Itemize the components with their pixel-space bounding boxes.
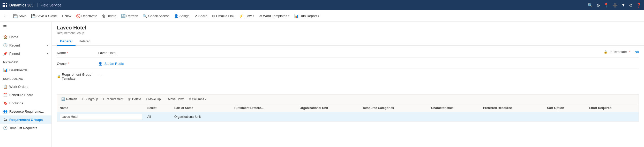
sidebar-item-dashboards[interactable]: 📊 Dashboards bbox=[0, 66, 51, 74]
sidebar-item-schedule-board[interactable]: 📅 Schedule Board bbox=[0, 91, 51, 99]
top-bar-icons: 🔍 ⚙ 📍 ➕ ▼ ⚙ ❓ bbox=[588, 3, 641, 8]
location-icon[interactable]: 📍 bbox=[604, 3, 609, 8]
word-templates-button[interactable]: W Word Templates ▾ bbox=[257, 12, 292, 20]
pinned-expand-icon: ▾ bbox=[47, 52, 48, 55]
dashboards-icon: 📊 bbox=[3, 68, 7, 72]
tab-related[interactable]: Related bbox=[76, 37, 93, 46]
word-templates-dropdown-arrow: ▾ bbox=[288, 14, 289, 17]
new-button[interactable]: + New bbox=[59, 12, 73, 20]
recent-expand-icon: ▾ bbox=[47, 44, 48, 47]
svg-rect-6 bbox=[3, 6, 4, 7]
hamburger-button[interactable]: ☰ bbox=[0, 22, 51, 32]
col-header-preferred-resource: Preferred Resource bbox=[481, 104, 544, 112]
cell-fulfillment-pref bbox=[231, 112, 297, 122]
cell-select: All bbox=[145, 112, 172, 122]
subgrid-move-up-button[interactable]: ↑ Move Up bbox=[144, 96, 163, 102]
req-group-template-value: --- bbox=[98, 72, 639, 76]
sidebar-item-time-off-requests[interactable]: 🕐 Time Off Requests bbox=[0, 124, 51, 132]
col-header-fulfillment-pref: Fulfillment Prefere... bbox=[231, 104, 297, 112]
owner-user-icon: 👤 bbox=[98, 62, 102, 66]
sidebar-item-work-orders[interactable]: 📋 Work Orders bbox=[0, 82, 51, 91]
table-row[interactable]: Laveo Hotel All Organizational Unit bbox=[57, 112, 639, 122]
name-label: Name * bbox=[57, 50, 98, 55]
refresh-icon: 🔄 bbox=[121, 14, 125, 18]
subgrid-columns-button[interactable]: ≡ Columns ▾ bbox=[187, 96, 208, 102]
form-body: Name * Laveo Hotel 🔒 Is Template * No Ow… bbox=[52, 46, 644, 90]
new-icon: + bbox=[61, 14, 63, 18]
cell-sort-option bbox=[544, 112, 586, 122]
field-row-req-group-template: 🔒 Requirement Group Template --- bbox=[57, 72, 639, 83]
cell-resource-categories bbox=[360, 112, 429, 122]
cell-name[interactable]: Laveo Hotel bbox=[57, 112, 145, 122]
assign-icon: 👤 bbox=[174, 14, 178, 18]
share-icon: ↗ bbox=[194, 14, 197, 18]
field-row-owner: Owner * 👤 Stefan Rodic bbox=[57, 61, 639, 68]
col-header-select: Select bbox=[145, 104, 172, 112]
plus-icon[interactable]: ➕ bbox=[612, 3, 618, 8]
is-template-value: No bbox=[634, 50, 639, 54]
search-icon[interactable]: 🔍 bbox=[588, 3, 593, 8]
sidebar-item-home[interactable]: 🏠 Home bbox=[0, 33, 51, 41]
scheduling-group-label: Scheduling bbox=[0, 75, 51, 81]
refresh-button[interactable]: 🔄 Refresh bbox=[119, 12, 140, 20]
app-label: Field Service bbox=[38, 3, 61, 7]
sidebar-item-requirement-groups[interactable]: 🗂 Requirement Groups bbox=[0, 115, 51, 124]
work-orders-icon: 📋 bbox=[3, 84, 7, 89]
run-report-button[interactable]: 📊 Run Report ▾ bbox=[292, 12, 321, 20]
back-icon: ← bbox=[4, 14, 7, 18]
form-subtitle: Requirement Group bbox=[57, 31, 639, 35]
col-header-resource-categories: Resource Categories bbox=[360, 104, 429, 112]
sidebar-item-label-recent: Recent bbox=[9, 43, 20, 47]
sidebar-item-bookings[interactable]: 🔖 Bookings bbox=[0, 99, 51, 107]
subgrid-toolbar: 🔄 Refresh + Subgroup + Requirement 🗑 Del… bbox=[57, 95, 639, 104]
save-icon: 💾 bbox=[13, 14, 18, 18]
req-template-lock-icon: 🔒 bbox=[57, 75, 61, 78]
command-bar: ← 💾 Save 💾 Save & Close + New 🚫 Deactiva… bbox=[0, 10, 644, 22]
flow-button[interactable]: ⚡ Flow ▾ bbox=[237, 12, 256, 20]
recent-icon: 🕐 bbox=[3, 43, 7, 47]
delete-icon: 🗑 bbox=[102, 14, 106, 18]
settings-circle-icon[interactable]: ⚙ bbox=[596, 3, 600, 8]
delete-button[interactable]: 🗑 Delete bbox=[100, 12, 118, 20]
form-header: Laveo Hotel Requirement Group bbox=[52, 22, 644, 37]
subgrid-move-down-icon: ↓ bbox=[166, 97, 167, 101]
sidebar-item-pinned[interactable]: 📌 Pinned ▾ bbox=[0, 49, 51, 58]
sidebar-item-label-work-orders: Work Orders bbox=[9, 85, 28, 89]
subgrid-delete-button[interactable]: 🗑 Delete bbox=[126, 96, 143, 102]
check-access-button[interactable]: 🔍 Check Access bbox=[141, 12, 171, 20]
back-button[interactable]: ← bbox=[2, 12, 9, 20]
name-input[interactable]: Laveo Hotel bbox=[60, 114, 142, 120]
top-navigation-bar: Dynamics 365 Field Service 🔍 ⚙ 📍 ➕ ▼ ⚙ ❓ bbox=[0, 0, 644, 10]
subgrid-columns-icon: ≡ bbox=[189, 97, 191, 101]
subgrid-requirement-button[interactable]: + Requirement bbox=[101, 96, 125, 102]
brand-label: Dynamics 365 bbox=[9, 3, 33, 7]
subgrid-move-up-icon: ↑ bbox=[146, 97, 147, 101]
sidebar-item-recent[interactable]: 🕐 Recent ▾ bbox=[0, 41, 51, 49]
main-layout: ☰ 🏠 Home 🕐 Recent ▾ 📌 Pinned ▾ My Work 📊… bbox=[0, 22, 644, 147]
subgrid-move-down-button[interactable]: ↓ Move Down bbox=[163, 96, 186, 102]
check-access-icon: 🔍 bbox=[143, 14, 147, 18]
subgrid-refresh-button[interactable]: 🔄 Refresh bbox=[59, 96, 79, 102]
assign-button[interactable]: 👤 Assign bbox=[172, 12, 192, 20]
form-title: Laveo Hotel bbox=[57, 25, 639, 31]
sidebar-section-scheduling: 📋 Work Orders 📅 Schedule Board 🔖 Booking… bbox=[0, 81, 51, 133]
email-link-button[interactable]: ✉ Email a Link bbox=[210, 12, 237, 20]
gear-icon[interactable]: ⚙ bbox=[629, 3, 633, 8]
sidebar-item-resource-requirements[interactable]: 👥 Resource Requireme... bbox=[0, 107, 51, 115]
subgrid-subgroup-button[interactable]: + Subgroup bbox=[80, 96, 100, 102]
share-button[interactable]: ↗ Share bbox=[192, 12, 209, 20]
cell-effort-required bbox=[586, 112, 639, 122]
col-header-sort-option: Sort Option bbox=[544, 104, 586, 112]
filter-icon[interactable]: ▼ bbox=[621, 3, 625, 7]
owner-link[interactable]: Stefan Rodic bbox=[104, 62, 124, 66]
help-icon[interactable]: ❓ bbox=[636, 3, 641, 8]
save-button[interactable]: 💾 Save bbox=[11, 12, 28, 20]
svg-rect-1 bbox=[4, 3, 5, 4]
deactivate-button[interactable]: 🚫 Deactivate bbox=[74, 12, 99, 20]
flow-dropdown-arrow: ▾ bbox=[253, 14, 254, 17]
tab-general[interactable]: General bbox=[57, 37, 76, 46]
save-close-button[interactable]: 💾 Save & Close bbox=[29, 12, 59, 20]
subgrid-delete-icon: 🗑 bbox=[128, 97, 131, 101]
cell-characteristics bbox=[429, 112, 481, 122]
app-grid-icon[interactable] bbox=[3, 3, 7, 7]
